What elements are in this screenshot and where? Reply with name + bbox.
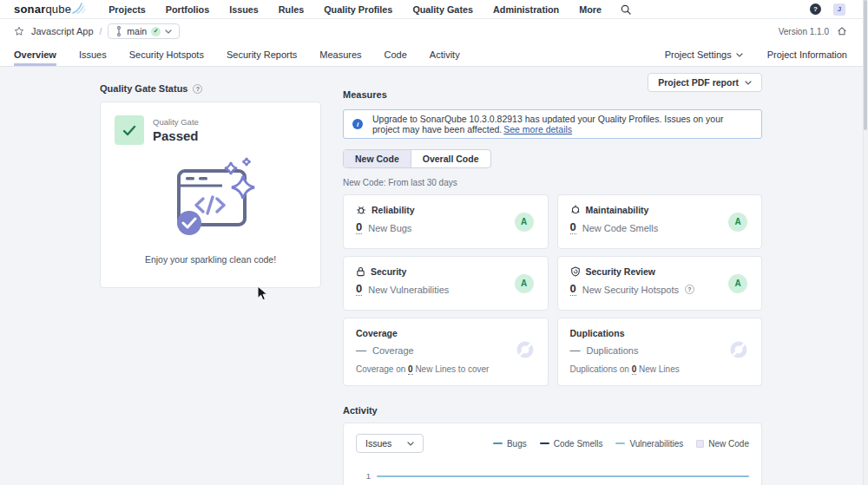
quality-gate-passed-icon [115,115,144,145]
maintainability-rating-badge: A [728,213,747,232]
pdf-report-label: Project PDF report [658,77,739,88]
banner-text: Upgrade to SonarQube 10.3.0.82913 has up… [372,114,753,134]
security-hotspots-help-icon[interactable]: ? [685,285,694,294]
project-settings-label: Project Settings [665,49,732,60]
nav-item-quality-gates[interactable]: Quality Gates [412,4,473,15]
code-scope-toggle: New Code Overall Code [343,149,491,168]
coverage-value: — [356,344,366,357]
branch-name: main [127,26,147,36]
coverage-label: Coverage [372,345,414,356]
new-bugs-count-link[interactable]: 0 [356,221,362,234]
quality-gate-status: Passed [153,128,199,143]
issues-series-line [377,475,749,477]
quality-gate-card: Quality Gate Passed [100,102,321,288]
new-code-smells-count-link[interactable]: 0 [570,221,576,234]
info-icon: i [352,119,363,129]
toggle-new-code[interactable]: New Code [344,150,411,167]
quality-gate-help-icon[interactable]: ? [193,84,202,94]
new-vulnerabilities-count-link[interactable]: 0 [356,283,362,296]
new-code-period-label: New Code: From last 30 days [343,178,762,187]
duplications-label: Duplications [587,345,639,356]
new-code-area-swatch [696,440,704,448]
measure-card-security-review: Security Review 0 New Security Hotspots … [557,256,763,311]
new-vulnerabilities-label: New Vulnerabilities [368,285,449,295]
project-pdf-report-button[interactable]: Project PDF report [648,73,762,92]
tab-code[interactable]: Code [385,43,407,66]
scrollbar-thumb[interactable] [864,0,867,130]
mouse-cursor [257,285,268,301]
new-security-hotspots-label: New Security Hotspots [582,285,679,295]
nav-item-administration[interactable]: Administration [493,4,559,15]
chevron-down-icon [745,81,752,85]
help-icon[interactable]: ? [810,3,821,15]
no-data-donut-icon [516,341,534,358]
toggle-overall-code[interactable]: Overall Code [411,150,490,167]
new-security-hotspots-count-link[interactable]: 0 [570,283,576,296]
branch-icon [115,26,122,36]
chevron-down-icon [165,29,172,34]
project-settings-menu[interactable]: Project Settings [665,49,743,60]
activity-chart: 1 [356,471,749,481]
project-information-button[interactable]: Project Information [767,49,847,60]
measures-column: Project PDF report Measures i Upgrade to… [343,83,762,485]
measure-card-coverage: Coverage — Coverage Coverage on 0 New Li… [343,318,549,386]
measures-cards-grid: Reliability 0 New Bugs A Maintainability [343,194,762,386]
nav-item-issues[interactable]: Issues [229,4,259,15]
graph-select-value: Issues [365,438,391,449]
nav-item-more[interactable]: More [579,4,602,15]
tab-overview[interactable]: Overview [14,43,56,66]
favorite-star-icon[interactable] [14,26,24,36]
home-icon[interactable] [837,26,847,36]
measure-card-title: Reliability [372,205,415,215]
sonarqube-logo[interactable]: sonarqube [14,3,86,16]
vulnerabilities-line-swatch [615,442,625,445]
measure-card-title: Security Review [586,266,656,277]
branch-selector[interactable]: main ✓ [108,23,180,39]
activity-legend: Bugs Code Smells Vulnerabilities Ne [493,439,749,449]
y-axis-tick: 1 [356,471,377,481]
measure-card-title: Duplications [570,328,750,338]
quality-gate-column: Quality Gate Status ? Quality Gate Passe… [100,83,321,485]
bugs-line-swatch [493,442,503,445]
top-navbar: sonarqube Projects Portfolios Issues Rul… [0,0,868,19]
page-scrollbar[interactable] [863,0,868,485]
tab-measures[interactable]: Measures [319,43,361,66]
nav-item-rules[interactable]: Rules [279,4,304,15]
duplications-value: — [570,344,581,357]
main-navigation: Projects Portfolios Issues Rules Quality… [108,4,602,15]
tab-activity[interactable]: Activity [430,43,460,66]
branch-quality-gate-passed-icon: ✓ [151,27,161,36]
breadcrumb-separator: / [100,27,102,36]
code-smell-icon [570,205,581,215]
new-code-smells-label: New Code Smells [582,223,658,233]
measure-card-reliability: Reliability 0 New Bugs A [343,194,549,249]
user-avatar[interactable]: J [833,3,845,16]
duplications-footer: Duplications on 0 New Lines [570,364,750,374]
nav-item-quality-profiles[interactable]: Quality Profiles [324,4,392,15]
legend-item-code-smells: Code Smells [540,439,603,449]
logo-text-light: qube [45,3,71,16]
measure-card-duplications: Duplications — Duplications Duplications… [557,318,763,386]
search-icon[interactable] [621,4,631,15]
no-data-donut-icon [730,341,747,358]
project-tabbar: Overview Issues Security Hotspots Securi… [0,43,868,67]
see-more-details-link[interactable]: See more details [503,124,572,134]
clean-code-message: Enjoy your sparkling clean code! [115,254,306,265]
code-smells-line-swatch [540,442,549,445]
security-rating-badge: A [515,274,534,293]
legend-item-bugs: Bugs [493,439,527,449]
chevron-down-icon [736,53,743,57]
nav-item-projects[interactable]: Projects [108,4,146,15]
tab-security-hotspots[interactable]: Security Hotspots [129,43,204,66]
breadcrumb-project-name[interactable]: Javascript App [31,26,94,36]
lock-icon [356,266,365,277]
logo-swoosh-icon [72,3,86,14]
chevron-down-icon [407,442,414,446]
shield-icon [570,266,581,277]
tab-security-reports[interactable]: Security Reports [227,43,297,66]
nav-item-portfolios[interactable]: Portfolios [166,4,209,15]
activity-graph-select[interactable]: Issues [356,434,424,453]
tab-issues[interactable]: Issues [79,43,107,66]
activity-section: Activity Issues Bugs C [343,405,762,485]
legend-item-new-code: New Code [696,439,749,449]
